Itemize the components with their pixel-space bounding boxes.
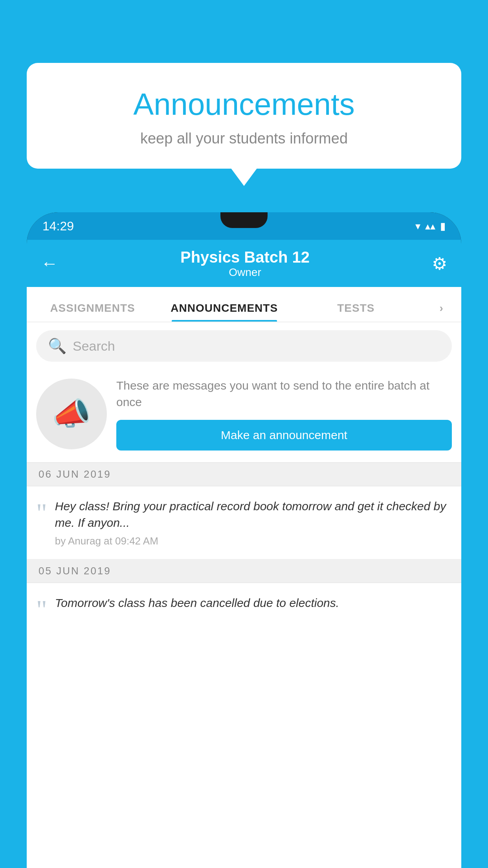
announcement-item-1: " Hey class! Bring your practical record… [27, 486, 461, 559]
announcement-content-2: Tomorrow's class has been cancelled due … [55, 595, 452, 615]
phone-frame: 14:29 ▾ ▴▴ ▮ ← Physics Batch 12 Owner ⚙ … [27, 212, 461, 868]
tab-announcements[interactable]: ANNOUNCEMENTS [158, 302, 290, 322]
notch [220, 212, 268, 228]
search-bar[interactable]: 🔍 Search [36, 330, 452, 362]
tabs-bar: ASSIGNMENTS ANNOUNCEMENTS TESTS › [27, 287, 461, 322]
signal-icon: ▴▴ [425, 220, 435, 232]
announcement-text-1: Hey class! Bring your practical record b… [55, 498, 452, 531]
wifi-icon: ▾ [415, 220, 420, 232]
announcement-meta-1: by Anurag at 09:42 AM [55, 535, 452, 547]
tab-more[interactable]: › [422, 302, 461, 322]
promo-description: These are messages you want to send to t… [116, 377, 452, 410]
speech-bubble-title: Announcements [58, 86, 430, 122]
phone-content: 🔍 Search 📣 These are messages you want t… [27, 322, 461, 868]
back-button[interactable]: ← [41, 254, 58, 273]
quote-icon-1: " [36, 502, 47, 523]
make-announcement-button[interactable]: Make an announcement [116, 420, 452, 451]
announcement-content-1: Hey class! Bring your practical record b… [55, 498, 452, 547]
promo-block: 📣 These are messages you want to send to… [27, 370, 461, 463]
status-bar: 14:29 ▾ ▴▴ ▮ [27, 212, 461, 240]
megaphone-icon: 📣 [52, 395, 91, 432]
promo-icon-circle: 📣 [36, 379, 107, 449]
tab-tests[interactable]: TESTS [290, 302, 422, 322]
header-title: Physics Batch 12 [180, 248, 310, 266]
announcement-text-2: Tomorrow's class has been cancelled due … [55, 595, 452, 611]
header-subtitle: Owner [180, 266, 310, 279]
status-icons: ▾ ▴▴ ▮ [415, 220, 446, 232]
status-time: 14:29 [42, 219, 74, 234]
quote-icon-2: " [36, 599, 47, 620]
speech-bubble-container: Announcements keep all your students inf… [27, 63, 461, 169]
date-separator-2: 05 JUN 2019 [27, 559, 461, 583]
search-icon: 🔍 [48, 337, 66, 355]
speech-bubble-subtitle: keep all your students informed [58, 130, 430, 147]
date-separator-1: 06 JUN 2019 [27, 463, 461, 486]
speech-bubble: Announcements keep all your students inf… [27, 63, 461, 169]
app-header: ← Physics Batch 12 Owner ⚙ [27, 240, 461, 287]
battery-icon: ▮ [440, 220, 446, 232]
header-title-group: Physics Batch 12 Owner [180, 248, 310, 279]
promo-right: These are messages you want to send to t… [116, 377, 452, 451]
tab-assignments[interactable]: ASSIGNMENTS [27, 302, 158, 322]
settings-icon[interactable]: ⚙ [432, 254, 447, 274]
announcement-item-2: " Tomorrow's class has been cancelled du… [27, 583, 461, 628]
search-input-placeholder: Search [73, 338, 115, 354]
